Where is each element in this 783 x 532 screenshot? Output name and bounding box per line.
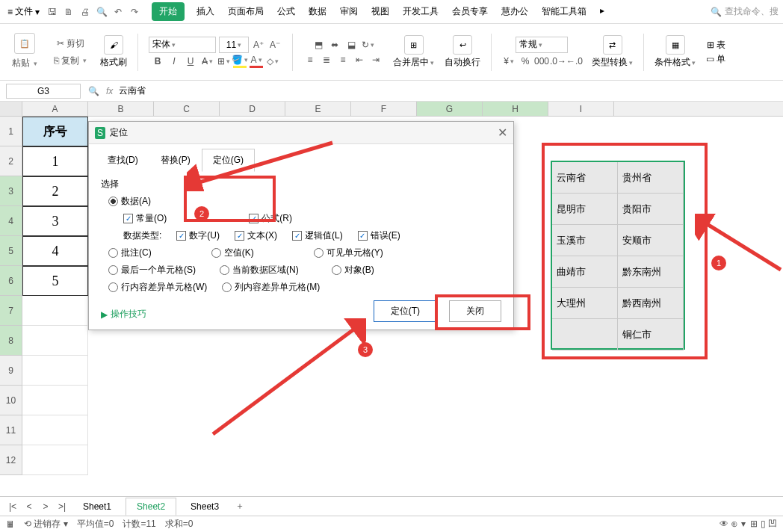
strike-button[interactable]: A̶ [200,55,214,68]
row-2[interactable]: 2 [0,146,22,176]
row-7[interactable]: 7 [0,296,22,326]
close-button[interactable]: 关闭 [449,300,501,322]
typeconv-btn[interactable]: ⇄ 类型转换 [589,35,636,69]
radio-blank[interactable]: 空值(K) [211,247,254,259]
bold-button[interactable]: B [151,55,164,68]
close-icon[interactable]: ✕ [498,126,507,140]
tips-link[interactable]: ▶ 操作技巧 [101,308,146,321]
select-all-corner[interactable] [0,102,22,116]
empty-cell[interactable] [22,445,88,475]
align-top-icon[interactable]: ⬒ [312,38,325,52]
clear-fmt-button[interactable]: ◇ [266,55,279,68]
col-E[interactable]: E [285,102,351,116]
tab-office[interactable]: 慧办公 [500,2,530,21]
radio-object[interactable]: 对象(B) [332,264,374,276]
empty-cell[interactable] [22,296,88,326]
row-5[interactable]: 5 [0,236,22,266]
wrap-btn[interactable]: ↩ 自动换行 [442,35,483,69]
align-right-icon[interactable]: ≡ [336,53,350,66]
align-bot-icon[interactable]: ⬓ [344,38,358,52]
tab-goto[interactable]: 定位(G) [202,149,255,172]
radio-comment[interactable]: 批注(C) [108,247,152,259]
tab-start[interactable]: 开始 [152,2,185,21]
file-menu[interactable]: ≡ 文件 ▾ [4,4,43,19]
table-btn[interactable]: ⊞ 表 ▭ 单 [703,39,728,66]
tab-replace[interactable]: 替换(P) [149,149,202,172]
save-icon[interactable]: 🖫 [46,5,59,19]
col-H[interactable]: H [483,102,548,116]
data-cell[interactable]: 2 [22,176,88,206]
cell-H8[interactable]: 铜仁市 [618,319,684,350]
row-1[interactable]: 1 [0,117,22,146]
col-C[interactable]: C [154,102,220,116]
dec-inc-icon[interactable]: .0→ [551,55,565,68]
col-G[interactable]: G [417,102,483,116]
cell-G3[interactable]: 云南省 [552,162,618,194]
size-select[interactable]: 11 [219,37,249,53]
radio-coldiff[interactable]: 列内容差异单元格(M) [222,281,320,294]
cell-G8[interactable] [552,319,618,350]
copy-button[interactable]: ⎘ 复制 [51,53,90,69]
sheet1-tab[interactable]: Sheet1 [72,498,123,516]
redo-icon[interactable]: ↷ [128,5,141,19]
radio-region[interactable]: 当前数据区域(N) [220,264,299,276]
cell-H5[interactable]: 安顺市 [618,225,684,256]
merge-btn[interactable]: ⊞ 合并居中 [390,35,437,69]
tab-layout[interactable]: 页面布局 [226,2,265,21]
cut-button[interactable]: ✂ 剪切 [54,36,87,52]
cell-H4[interactable]: 贵阳市 [618,194,684,225]
indent-dec-icon[interactable]: ⇤ [353,53,366,66]
prev-sheet-icon[interactable]: < [22,500,36,513]
radio-data[interactable]: 数据(A) [108,195,151,208]
data-cell[interactable]: 1 [22,146,88,176]
tab-review[interactable]: 审阅 [338,2,359,21]
selected-range[interactable]: 云南省贵州省 昆明市贵阳市 玉溪市安顺市 曲靖市黔东南州 大理州黔西南州 铜仁市 [551,161,685,350]
preview-icon[interactable]: 🔍 [95,5,108,19]
zoom-out-icon[interactable]: 🔍 [87,84,100,98]
row-9[interactable]: 9 [0,356,22,386]
dec-dec-icon[interactable]: ←.0 [568,55,581,68]
row-3[interactable]: 3 [0,176,22,206]
chk-error[interactable]: 错误(E) [358,229,400,242]
cell-H7[interactable]: 黔西南州 [618,288,684,319]
orient-icon[interactable]: ↻ [361,38,374,52]
cell-H3[interactable]: 贵州省 [618,162,684,194]
empty-cell[interactable] [22,415,88,445]
row-8[interactable]: 8 [0,326,22,356]
numfmt-select[interactable]: 常规 [516,37,568,53]
cell-G6[interactable]: 曲靖市 [552,256,618,288]
goto-button[interactable]: 定位(T) [374,300,437,322]
print-icon[interactable]: 🖨 [78,5,92,19]
comma-icon[interactable]: 000 [535,55,548,68]
add-sheet-icon[interactable]: ＋ [233,500,247,513]
cell-G4[interactable]: 昆明市 [552,194,618,225]
col-B[interactable]: B [88,102,154,116]
col-D[interactable]: D [220,102,285,116]
cell-H6[interactable]: 黔东南州 [618,256,684,288]
shrink-font-icon[interactable]: A⁻ [268,38,282,52]
tab-formula[interactable]: 公式 [276,2,297,21]
last-sheet-icon[interactable]: >| [55,500,69,513]
radio-visible[interactable]: 可见单元格(Y) [314,247,383,259]
col-I[interactable]: I [548,102,614,116]
condfmt-btn[interactable]: ▦ 条件格式 [652,35,699,69]
italic-button[interactable]: I [167,55,181,68]
first-sheet-icon[interactable]: |< [6,500,19,513]
chk-const[interactable]: 常量(O) [123,212,167,225]
data-cell[interactable]: 3 [22,206,88,236]
indent-inc-icon[interactable]: ⇥ [369,53,383,66]
empty-cell[interactable] [22,356,88,386]
underline-button[interactable]: U [184,55,197,68]
data-cell[interactable]: 4 [22,236,88,266]
col-F[interactable]: F [351,102,417,116]
font-color-button[interactable]: A [250,55,263,68]
cell-G5[interactable]: 玉溪市 [552,225,618,256]
paste-icon[interactable]: 📋 [14,33,35,54]
chk-number[interactable]: 数字(U) [176,229,220,242]
tab-insert[interactable]: 插入 [195,2,216,21]
align-mid-icon[interactable]: ⬌ [328,38,341,52]
paste-button[interactable]: 粘贴 [9,55,40,71]
percent-icon[interactable]: % [519,55,532,68]
font-select[interactable]: 宋体 [149,37,216,53]
empty-cell[interactable] [22,386,88,415]
